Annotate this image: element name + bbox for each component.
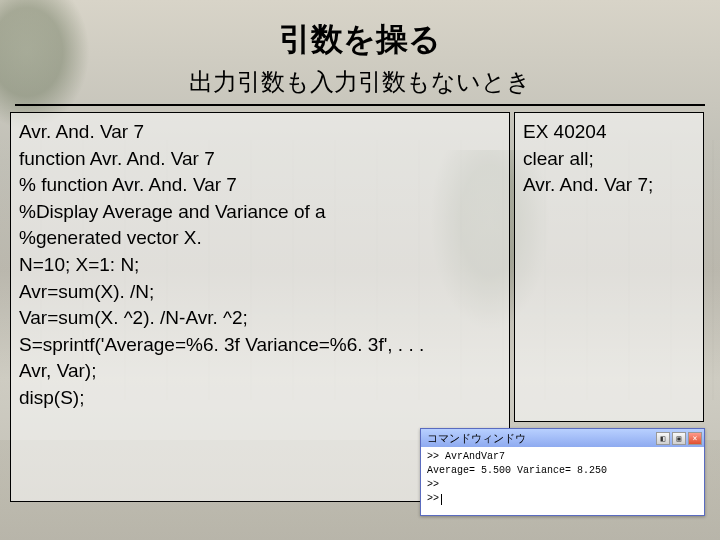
code-line: Avr. And. Var 7; [523,172,695,199]
code-line: %Display Average and Variance of a [19,199,501,226]
slide-title: 引数を操る [0,18,720,62]
code-line: Avr=sum(X). /N; [19,279,501,306]
cmd-prompt: >> [427,492,439,506]
code-line: N=10; X=1: N; [19,252,501,279]
code-filename: Avr. And. Var 7 [19,119,501,146]
code-line: function Avr. And. Var 7 [19,146,501,173]
code-line: Avr, Var); [19,358,501,385]
code-line: S=sprintf('Average=%6. 3f Variance=%6. 3… [19,332,501,359]
code-line: Var=sum(X. ^2). /N-Avr. ^2; [19,305,501,332]
command-window: コマンドウィンドウ ◧ ▣ × >> AvrAndVar7 Average= 5… [420,428,705,516]
right-code-panel: EX 40204 clear all; Avr. And. Var 7; [514,112,704,422]
cmd-output: Average= 5.500 Variance= 8.250 [427,464,698,478]
cmd-line: >> AvrAndVar7 [427,450,698,464]
code-line: % function Avr. And. Var 7 [19,172,501,199]
command-window-titlebar[interactable]: コマンドウィンドウ ◧ ▣ × [421,429,704,447]
code-line: %generated vector X. [19,225,501,252]
cmd-prompt-line: >> [427,492,698,506]
code-line: disp(S); [19,385,501,412]
close-icon[interactable]: × [688,432,702,445]
cmd-line: >> [427,478,698,492]
command-window-body[interactable]: >> AvrAndVar7 Average= 5.500 Variance= 8… [421,447,704,509]
dock-icon[interactable]: ◧ [656,432,670,445]
cursor-icon [441,494,442,505]
slide-subtitle: 出力引数も入力引数もないとき [0,66,720,98]
undock-icon[interactable]: ▣ [672,432,686,445]
code-filename: EX 40204 [523,119,695,146]
command-window-title: コマンドウィンドウ [427,431,526,446]
divider [15,104,705,106]
code-line: clear all; [523,146,695,173]
